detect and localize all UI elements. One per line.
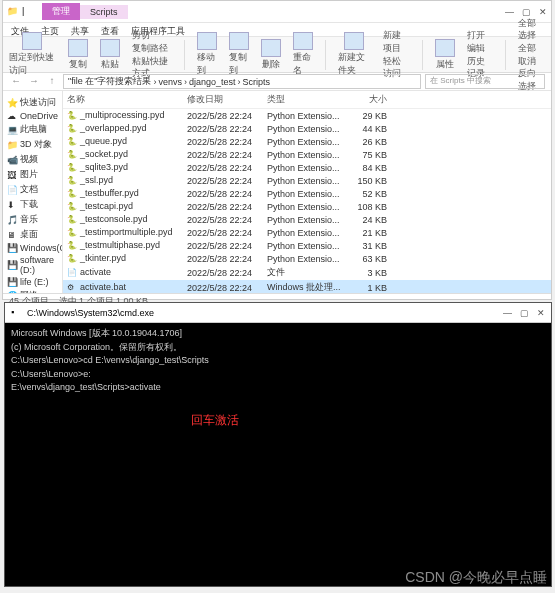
ribbon-copypath[interactable]: 复制路径	[132, 42, 172, 55]
ribbon-delete[interactable]: 删除	[261, 39, 281, 71]
ribbon-pin[interactable]: 固定到快速访问	[9, 32, 56, 77]
sidebar-item[interactable]: ☁OneDrive	[5, 110, 60, 122]
sidebar-item[interactable]: 🖥桌面	[5, 227, 60, 242]
sidebar-item[interactable]: 📹视频	[5, 152, 60, 167]
sidebar-item[interactable]: 📄文档	[5, 182, 60, 197]
sidebar-item[interactable]: 🖼图片	[5, 167, 60, 182]
file-icon: 🐍	[67, 215, 77, 225]
maximize-button[interactable]: ▢	[522, 7, 531, 17]
col-date[interactable]: 修改日期	[187, 93, 267, 106]
sidebar-item[interactable]: ⭐快速访问	[5, 95, 60, 110]
col-type[interactable]: 类型	[267, 93, 347, 106]
ribbon-open[interactable]: 打开	[467, 29, 494, 42]
file-row[interactable]: 🐍_multiprocessing.pyd2022/5/28 22:24Pyth…	[63, 109, 551, 122]
sidebar-item-label: 视频	[20, 153, 38, 166]
col-size[interactable]: 大小	[347, 93, 387, 106]
cmd-close-button[interactable]: ✕	[537, 308, 545, 318]
sidebar-item-label: software (D:)	[20, 255, 58, 275]
file-name: _tkinter.pyd	[80, 253, 126, 263]
back-button[interactable]: ←	[9, 75, 23, 89]
sidebar-item-icon: 📄	[7, 185, 17, 195]
file-name: _testconsole.pyd	[80, 214, 148, 224]
bc-root[interactable]: "file 在"字符搜索结果	[68, 75, 151, 88]
sidebar-item-icon: 💻	[7, 125, 17, 135]
sidebar-item[interactable]: 💾software (D:)	[5, 254, 60, 276]
search-input[interactable]: 在 Scripts 中搜索	[425, 74, 545, 89]
minimize-button[interactable]: —	[505, 7, 514, 17]
ribbon-rename[interactable]: 重命名	[293, 32, 313, 77]
menu-view[interactable]: 查看	[101, 25, 119, 34]
bc-venvs[interactable]: venvs	[158, 77, 182, 87]
file-type: Python Extensio...	[267, 124, 347, 134]
file-row[interactable]: 🐍_testcapi.pyd2022/5/28 22:24Python Exte…	[63, 200, 551, 213]
sidebar-item[interactable]: 🎵音乐	[5, 212, 60, 227]
file-row[interactable]: 🐍_ssl.pyd2022/5/28 22:24Python Extensio.…	[63, 174, 551, 187]
ribbon-edit[interactable]: 编辑	[467, 42, 494, 55]
menu-share[interactable]: 共享	[71, 25, 89, 34]
sidebar-item-label: 此电脑	[20, 123, 47, 136]
ribbon-copy[interactable]: 复制	[68, 39, 88, 71]
titlebar: 📁 | 管理 Scripts — ▢ ✕	[3, 1, 551, 23]
sidebar-item[interactable]: 💻此电脑	[5, 122, 60, 137]
sidebar-item[interactable]: 💾Windows(C:)	[5, 242, 60, 254]
file-date: 2022/5/28 22:24	[187, 124, 267, 134]
ribbon-open-options: 打开 编辑 历史记录	[467, 29, 494, 79]
ribbon-copyto[interactable]: 复制到	[229, 32, 249, 77]
quick-access-icons: 📁 |	[7, 6, 34, 18]
sidebar-item-label: 3D 对象	[20, 138, 52, 151]
forward-button[interactable]: →	[27, 75, 41, 89]
ribbon-properties[interactable]: 属性	[435, 39, 455, 71]
manager-tab[interactable]: 管理	[42, 3, 80, 20]
file-row[interactable]: 🐍_queue.pyd2022/5/28 22:24Python Extensi…	[63, 135, 551, 148]
ribbon-cut[interactable]: 剪切	[132, 29, 172, 42]
cmd-body[interactable]: Microsoft Windows [版本 10.0.19044.1706](c…	[5, 323, 551, 433]
file-date: 2022/5/28 22:24	[187, 202, 267, 212]
file-size: 108 KB	[347, 202, 387, 212]
file-row[interactable]: 🐍_tkinter.pyd2022/5/28 22:24Python Exten…	[63, 252, 551, 265]
file-row[interactable]: 📄activate2022/5/28 22:24文件3 KB	[63, 265, 551, 280]
file-icon: 🐍	[67, 202, 77, 212]
bc-django[interactable]: django_test	[189, 77, 236, 87]
file-size: 26 KB	[347, 137, 387, 147]
sidebar-item[interactable]: 💾life (E:)	[5, 276, 60, 288]
file-row[interactable]: 🐍_testimportmultiple.pyd2022/5/28 22:24P…	[63, 226, 551, 239]
file-row[interactable]: 🐍_testconsole.pyd2022/5/28 22:24Python E…	[63, 213, 551, 226]
sidebar-item-label: 桌面	[20, 228, 38, 241]
file-type: Python Extensio...	[267, 163, 347, 173]
file-size: 31 KB	[347, 241, 387, 251]
window-title-tab[interactable]: Scripts	[80, 5, 128, 19]
breadcrumb[interactable]: "file 在"字符搜索结果› venvs› django_test› Scri…	[63, 74, 421, 89]
sidebar-item-icon: 💾	[7, 243, 17, 253]
file-icon: 🐍	[67, 163, 77, 173]
file-icon: 🐍	[67, 189, 77, 199]
ribbon-newitem[interactable]: 新建项目	[383, 29, 410, 54]
close-button[interactable]: ✕	[539, 7, 547, 17]
ribbon-selectall[interactable]: 全部选择	[518, 17, 545, 42]
ribbon-moveto[interactable]: 移动到	[197, 32, 217, 77]
ribbon-newfolder[interactable]: 新建文件夹	[338, 32, 371, 77]
cmd-minimize-button[interactable]: —	[503, 308, 512, 318]
file-date: 2022/5/28 22:24	[187, 228, 267, 238]
sidebar-item[interactable]: 🌐网络	[5, 288, 60, 293]
up-button[interactable]: ↑	[45, 75, 59, 89]
ribbon-paste[interactable]: 粘贴	[100, 39, 120, 71]
sidebar-item[interactable]: 📁3D 对象	[5, 137, 60, 152]
file-date: 2022/5/28 22:24	[187, 150, 267, 160]
file-type: Python Extensio...	[267, 137, 347, 147]
file-date: 2022/5/28 22:24	[187, 137, 267, 147]
file-row[interactable]: 🐍_testmultiphase.pyd2022/5/28 22:24Pytho…	[63, 239, 551, 252]
ribbon-selectnone[interactable]: 全部取消	[518, 42, 545, 67]
file-row[interactable]: 🐍_testbuffer.pyd2022/5/28 22:24Python Ex…	[63, 187, 551, 200]
col-name[interactable]: 名称	[67, 93, 187, 106]
file-size: 24 KB	[347, 215, 387, 225]
cmd-line: C:\Users\Lenovo>cd E:\venvs\django_test\…	[11, 354, 545, 368]
file-row[interactable]: 🐍_sqlite3.pyd2022/5/28 22:24Python Exten…	[63, 161, 551, 174]
cmd-maximize-button[interactable]: ▢	[520, 308, 529, 318]
sidebar-item[interactable]: ⬇下载	[5, 197, 60, 212]
ribbon: 固定到快速访问 复制 粘贴 剪切 复制路径 粘贴快捷方式 移动到 复制到 删除 …	[3, 37, 551, 73]
bc-scripts[interactable]: Scripts	[242, 77, 270, 87]
file-row[interactable]: 🐍_socket.pyd2022/5/28 22:24Python Extens…	[63, 148, 551, 161]
file-row[interactable]: 🐍_overlapped.pyd2022/5/28 22:24Python Ex…	[63, 122, 551, 135]
file-row[interactable]: ⚙activate.bat2022/5/28 22:24Windows 批处理.…	[63, 280, 551, 293]
file-list: 名称 修改日期 类型 大小 🐍_multiprocessing.pyd2022/…	[63, 91, 551, 293]
